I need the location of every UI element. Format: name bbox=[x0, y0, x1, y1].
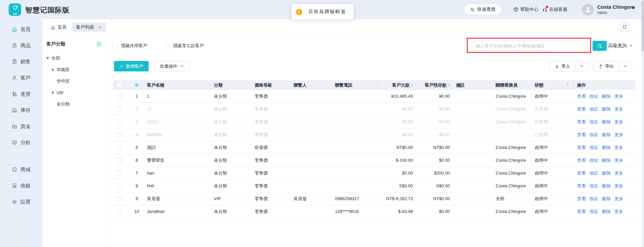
tree-right-arrow-icon[interactable] bbox=[52, 68, 54, 71]
sort-arrows-icon[interactable] bbox=[411, 84, 413, 87]
sidebar-item-monitor[interactable]: 分析 bbox=[0, 134, 42, 151]
import-dropdown-button[interactable] bbox=[575, 61, 588, 71]
action-link[interactable]: 收款 bbox=[590, 157, 598, 163]
row-checkbox[interactable] bbox=[117, 171, 122, 176]
action-link[interactable]: 查看 bbox=[577, 132, 586, 138]
row-checkbox[interactable] bbox=[117, 132, 122, 137]
action-link[interactable]: 更多 bbox=[614, 209, 623, 215]
row-checkbox[interactable] bbox=[117, 196, 122, 201]
action-link[interactable]: 更多 bbox=[614, 196, 623, 202]
sidebar-item-home[interactable]: 首頁 bbox=[0, 21, 42, 37]
action-link[interactable]: 查看 bbox=[577, 157, 586, 163]
add-customer-button[interactable]: 新增客戶 bbox=[114, 61, 149, 71]
action-link[interactable]: 刪除 bbox=[602, 119, 611, 125]
tab-close-icon[interactable] bbox=[98, 25, 102, 29]
action-link[interactable]: 查看 bbox=[577, 106, 586, 112]
action-link[interactable]: 查看 bbox=[577, 145, 586, 151]
user-avatar[interactable] bbox=[582, 4, 594, 16]
action-link[interactable]: 收款 bbox=[590, 196, 598, 202]
customer-search-input[interactable] bbox=[472, 41, 586, 51]
tab-home[interactable]: 首頁 bbox=[50, 23, 67, 31]
action-link[interactable]: 更多 bbox=[614, 119, 623, 125]
category-tree-item[interactable]: 全部 bbox=[42, 53, 109, 64]
action-link[interactable]: 收款 bbox=[590, 145, 598, 151]
help-center-link[interactable]: 幫助中心 bbox=[513, 5, 538, 14]
action-link[interactable]: 查看 bbox=[577, 196, 586, 202]
sidebar-item-gear[interactable]: 設置 bbox=[0, 194, 42, 210]
batch-actions-button[interactable]: 批量操作 bbox=[154, 61, 190, 71]
category-tree-item[interactable]: VIP bbox=[42, 87, 109, 98]
row-checkbox[interactable] bbox=[117, 209, 122, 214]
sidebar-item-shop[interactable]: 商城 bbox=[0, 161, 42, 178]
action-link[interactable]: 更多 bbox=[614, 106, 623, 112]
tree-down-arrow-icon[interactable] bbox=[46, 57, 49, 59]
column-header-status[interactable]: 狀態 bbox=[532, 80, 574, 90]
sidebar-item-user[interactable]: 客戶 bbox=[0, 70, 42, 86]
tree-right-arrow-icon[interactable] bbox=[52, 91, 54, 94]
sort-arrows-icon[interactable] bbox=[448, 84, 450, 87]
action-link[interactable]: 查看 bbox=[577, 170, 586, 176]
column-header-prepaid[interactable]: 客戶預存款 bbox=[417, 80, 453, 90]
category-tree-item[interactable]: 华南区 bbox=[42, 64, 109, 75]
page-scrollbar[interactable] bbox=[641, 0, 644, 247]
action-link[interactable]: 查看 bbox=[577, 119, 586, 125]
action-link[interactable]: 收款 bbox=[590, 93, 598, 99]
action-link[interactable]: 查看 bbox=[577, 209, 586, 215]
sidebar-item-warehouse[interactable]: 庫存 bbox=[0, 102, 42, 118]
row-checkbox[interactable] bbox=[117, 158, 122, 163]
action-link[interactable]: 刪除 bbox=[602, 170, 611, 176]
action-link[interactable]: 收款 bbox=[590, 209, 598, 215]
row-checkbox[interactable] bbox=[117, 183, 122, 188]
fullscreen-button[interactable] bbox=[620, 22, 629, 31]
sidebar-item-register[interactable]: 收銀 bbox=[0, 178, 42, 194]
action-link[interactable]: 更多 bbox=[614, 157, 623, 163]
checkbox-hide-zero-debt[interactable] bbox=[165, 43, 170, 49]
search-button[interactable] bbox=[593, 41, 607, 51]
action-link[interactable]: 刪除 bbox=[602, 145, 611, 151]
edit-category-icon[interactable] bbox=[96, 41, 102, 47]
online-service-link[interactable]: 在線客服 bbox=[542, 5, 567, 14]
action-link[interactable]: 收款 bbox=[590, 132, 598, 138]
tab-customer-list[interactable]: 客戶列表 bbox=[72, 23, 106, 32]
scrollbar-thumb[interactable] bbox=[642, 1, 644, 51]
export-button[interactable]: 導出 bbox=[593, 61, 619, 71]
filter-hide-zero-debt[interactable]: 隱藏零欠款客戶 bbox=[165, 43, 204, 49]
export-dropdown-button[interactable] bbox=[619, 61, 632, 71]
action-link[interactable]: 更多 bbox=[614, 170, 623, 176]
checkbox-hide-disabled[interactable] bbox=[113, 43, 118, 49]
action-link[interactable]: 收款 bbox=[590, 106, 598, 112]
row-checkbox[interactable] bbox=[117, 94, 122, 99]
action-link[interactable]: 刪除 bbox=[602, 157, 611, 163]
action-link[interactable]: 查看 bbox=[577, 93, 586, 99]
action-link[interactable]: 更多 bbox=[614, 145, 623, 151]
action-link[interactable]: 刪除 bbox=[602, 209, 611, 215]
action-link[interactable]: 更多 bbox=[614, 183, 623, 189]
action-link[interactable]: 查看 bbox=[577, 183, 586, 189]
sort-arrows-icon[interactable] bbox=[567, 83, 569, 86]
action-link[interactable]: 更多 bbox=[614, 132, 623, 138]
advanced-search-toggle[interactable]: 高級查詢 bbox=[608, 43, 633, 49]
filter-hide-disabled[interactable]: 隱藏停用客戶 bbox=[113, 43, 147, 49]
sidebar-item-cart[interactable]: 進貨 bbox=[0, 86, 42, 102]
action-link[interactable]: 刪除 bbox=[602, 196, 611, 202]
row-checkbox[interactable] bbox=[117, 106, 122, 112]
action-link[interactable]: 刪除 bbox=[602, 93, 611, 99]
action-link[interactable]: 收款 bbox=[590, 183, 598, 189]
category-tree-item[interactable]: 未分類 bbox=[42, 98, 109, 110]
sidebar-item-clipboard[interactable]: 銷售 bbox=[0, 54, 42, 70]
sidebar-item-folder[interactable]: 資金 bbox=[0, 118, 42, 134]
quick-quote-button[interactable]: 快速查價 bbox=[464, 4, 501, 14]
import-button[interactable]: 導入 bbox=[550, 61, 575, 71]
action-link[interactable]: 刪除 bbox=[602, 106, 611, 112]
sidebar-item-bag[interactable]: 商品 bbox=[0, 37, 42, 54]
action-link[interactable]: 更多 bbox=[614, 93, 623, 99]
select-all-checkbox[interactable] bbox=[117, 83, 122, 88]
action-link[interactable]: 刪除 bbox=[602, 132, 611, 138]
column-settings-gear-icon[interactable] bbox=[134, 83, 139, 88]
action-link[interactable]: 收款 bbox=[590, 170, 598, 176]
user-dropdown-caret-icon[interactable] bbox=[632, 7, 635, 9]
action-link[interactable]: 收款 bbox=[590, 119, 598, 125]
action-link[interactable]: 刪除 bbox=[602, 183, 611, 189]
column-header-debt[interactable]: 客戶欠款 bbox=[378, 80, 417, 90]
row-checkbox[interactable] bbox=[117, 145, 122, 150]
